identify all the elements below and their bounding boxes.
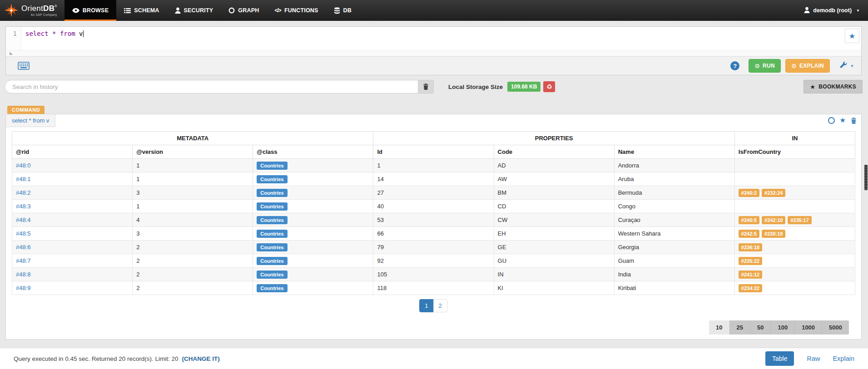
logo-text: OrientDB® An SAP Company: [21, 5, 57, 17]
bookmark-query-button[interactable]: ★: [845, 29, 859, 43]
rid-badge[interactable]: #232:24: [762, 189, 785, 197]
rerun-query-icon[interactable]: [828, 117, 835, 124]
rid-badge[interactable]: #235:17: [788, 216, 811, 224]
keyboard-shortcuts-icon[interactable]: [18, 62, 30, 70]
rid-link[interactable]: #48:9: [16, 285, 31, 291]
orientdb-logo[interactable]: OrientDB® An SAP Company: [0, 0, 64, 21]
cell-id: 1: [373, 159, 494, 172]
cell-class: Countries: [253, 186, 373, 200]
rid-link[interactable]: #48:4: [16, 216, 31, 223]
refresh-storage-button[interactable]: ♻: [543, 81, 555, 92]
editor-resize-handle[interactable]: [6, 50, 861, 56]
history-bar: Local Storage Size 109.68 KB ♻ ★ BOOKMAR…: [5, 80, 863, 93]
explain-button-label: EXPLAIN: [799, 63, 824, 69]
cell-id: 14: [373, 172, 494, 186]
nav-item-schema[interactable]: SCHEMA: [116, 0, 167, 21]
run-button[interactable]: ⚙RUN: [749, 59, 781, 73]
wrench-icon: [840, 61, 847, 70]
nav-item-browse[interactable]: BROWSE: [64, 0, 116, 21]
cell-rid: #48:9: [12, 281, 133, 295]
change-limit-link[interactable]: (CHANGE IT): [182, 355, 219, 362]
class-badge[interactable]: Countries: [257, 243, 287, 251]
status-footer: Query executed in 0.45 sec. Returned 20 …: [0, 348, 868, 369]
page-size-10[interactable]: 10: [709, 320, 729, 335]
rid-badge[interactable]: #234:22: [739, 284, 762, 292]
cell-version: 2: [133, 268, 253, 281]
cell-isfromcountry: #236:18: [734, 241, 855, 254]
nav-item-security[interactable]: SECURITY: [167, 0, 221, 21]
code-editor[interactable]: 1 select * from v ★: [6, 27, 861, 50]
help-icon[interactable]: ?: [730, 61, 739, 70]
star-icon: ★: [810, 84, 815, 90]
bookmarks-button[interactable]: ★ BOOKMARKS: [804, 80, 863, 93]
class-badge[interactable]: Countries: [257, 230, 287, 238]
rid-link[interactable]: #48:0: [16, 162, 31, 169]
compass-icon: [5, 4, 18, 17]
view-table-button[interactable]: Table: [765, 351, 794, 366]
view-raw-button[interactable]: Raw: [807, 355, 820, 362]
cell-name: India: [614, 268, 734, 281]
nav-menu: BROWSESCHEMASECURITYGRAPH</>FUNCTIONSDB: [64, 0, 359, 21]
rid-badge[interactable]: #236:18: [739, 243, 762, 251]
rid-badge[interactable]: #235:22: [739, 257, 762, 265]
class-badge[interactable]: Countries: [257, 257, 287, 265]
class-badge[interactable]: Countries: [257, 284, 287, 292]
star-icon: ★: [849, 32, 855, 40]
rid-badge[interactable]: #242:5: [739, 230, 759, 238]
cell-name: Aruba: [614, 172, 734, 186]
results-table-body: #48:01Countries1ADAndorra#48:11Countries…: [12, 159, 855, 295]
user-avatar-icon: [804, 7, 810, 15]
cell-isfromcountry: [734, 172, 855, 186]
page-scrollbar-thumb[interactable]: [864, 165, 868, 190]
rid-badge[interactable]: #240:2: [739, 189, 759, 197]
nav-item-functions[interactable]: </>FUNCTIONS: [267, 0, 326, 21]
search-history-input[interactable]: [5, 80, 418, 93]
class-badge[interactable]: Countries: [257, 175, 287, 183]
cell-rid: #48:1: [12, 172, 133, 186]
page-size-5000[interactable]: 5000: [822, 320, 849, 335]
rid-link[interactable]: #48:8: [16, 271, 31, 278]
class-badge[interactable]: Countries: [257, 189, 287, 197]
query-editor-card: 1 select * from v ★ ? ⚙RUN ⚙EXPLAIN ▼: [5, 26, 862, 75]
cell-version: 1: [133, 200, 253, 213]
bookmark-icon[interactable]: ★: [840, 117, 846, 124]
cell-version: 2: [133, 254, 253, 268]
rid-badge[interactable]: #240:5: [739, 216, 759, 224]
query-token: *: [52, 30, 56, 37]
rid-link[interactable]: #48:5: [16, 230, 31, 237]
database-icon: [334, 7, 340, 14]
rid-badge[interactable]: #241:12: [739, 271, 762, 279]
rid-badge[interactable]: #242:10: [762, 216, 785, 224]
view-explain-button[interactable]: Explain: [833, 355, 854, 362]
query-history-tab[interactable]: select * from v: [6, 114, 55, 127]
rid-link[interactable]: #48:3: [16, 203, 31, 210]
chevron-down-icon: ▼: [856, 9, 860, 13]
query-code[interactable]: select * from v: [21, 27, 84, 50]
cell-id: 79: [373, 241, 494, 254]
rid-badge[interactable]: #230:19: [762, 230, 785, 238]
group-header-properties: PROPERTIES: [373, 132, 734, 145]
column-header: Code: [494, 145, 614, 159]
user-menu[interactable]: demodb (root) ▼: [796, 0, 868, 21]
page-size-1000[interactable]: 1000: [795, 320, 822, 335]
page-button-2[interactable]: 2: [433, 299, 447, 312]
rid-link[interactable]: #48:1: [16, 176, 31, 182]
clear-history-button[interactable]: [418, 80, 434, 93]
class-badge[interactable]: Countries: [257, 216, 287, 224]
page-size-100[interactable]: 100: [771, 320, 795, 335]
query-settings-dropdown[interactable]: ▼: [840, 61, 854, 70]
class-badge[interactable]: Countries: [257, 162, 287, 170]
page-size-25[interactable]: 25: [730, 320, 750, 335]
page-button-1[interactable]: 1: [419, 299, 433, 312]
rid-link[interactable]: #48:2: [16, 189, 31, 196]
delete-history-icon[interactable]: [851, 118, 857, 124]
class-badge[interactable]: Countries: [257, 202, 287, 211]
class-badge[interactable]: Countries: [257, 271, 287, 279]
rid-link[interactable]: #48:6: [16, 244, 31, 251]
gear-icon: ⚙: [754, 63, 760, 69]
nav-item-graph[interactable]: GRAPH: [221, 0, 267, 21]
rid-link[interactable]: #48:7: [16, 257, 31, 264]
nav-item-db[interactable]: DB: [326, 0, 359, 21]
explain-button[interactable]: ⚙EXPLAIN: [785, 59, 830, 73]
page-size-50[interactable]: 50: [750, 320, 771, 335]
